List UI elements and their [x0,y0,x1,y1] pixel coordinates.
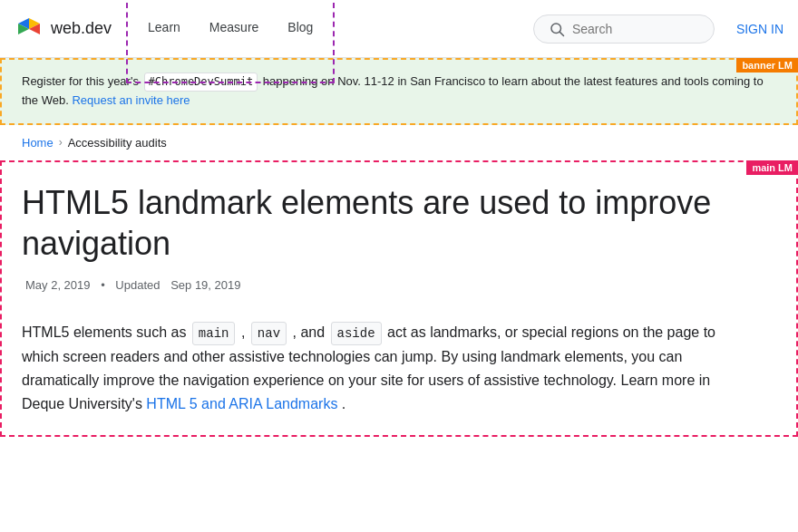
code-aside: aside [331,322,382,345]
logo-text: web.dev [51,19,112,38]
article-meta-dot: • [101,278,105,292]
code-main: main [192,322,236,345]
main-nav: Learn Measure Blog [133,0,327,58]
webdev-logo-icon [15,15,44,44]
article-updated-label: Updated [115,278,160,292]
search-box [533,15,715,44]
main-wrapper: main LM HTML5 landmark elements are used… [0,160,798,437]
banner-wrapper: banner LM Register for this year's #Chro… [0,58,798,125]
nav-wrapper: navigation LM Learn Measure Blog [133,0,327,58]
banner: Register for this year's #ChromeDevSummi… [0,58,798,125]
article-updated-date: Sep 19, 2019 [170,278,240,292]
article-body-end: . [342,396,345,411]
article-body: HTML5 elements such as main , nav , and … [22,321,747,415]
nav-learn[interactable]: Learn [133,0,195,58]
article-comma1: , [241,324,245,340]
article-deque-link[interactable]: HTML 5 and ARIA Landmarks [146,396,337,411]
code-nav: nav [251,322,287,345]
nav-blog[interactable]: Blog [273,0,327,58]
breadcrumb-current: Accessibility audits [68,136,167,150]
article-and: , and [293,324,326,340]
banner-text-before: Register for this year's [22,74,139,88]
search-input[interactable] [572,22,699,36]
search-icon [549,21,565,37]
main-content: main LM HTML5 landmark elements are used… [0,160,798,437]
banner-link[interactable]: Request an invite here [72,93,190,107]
sign-in-button[interactable]: SIGN IN [736,22,783,36]
nav-measure[interactable]: Measure [195,0,273,58]
svg-line-5 [560,32,563,35]
logo-link[interactable]: web.dev [15,15,112,44]
header: web.dev navigation LM Learn Measure Blog… [0,0,798,58]
article-meta: May 2, 2019 • Updated Sep 19, 2019 [22,278,776,292]
breadcrumb-separator: › [59,136,63,149]
search-area: SIGN IN [533,15,783,44]
breadcrumb-home[interactable]: Home [22,136,54,150]
banner-hashtag: #ChromeDevSummit [144,73,258,92]
breadcrumb: Home › Accessibility audits [0,125,798,160]
article-date: May 2, 2019 [25,278,91,292]
banner-lm-badge: banner LM [736,58,798,73]
article-title: HTML5 landmark elements are used to impr… [22,182,776,264]
article-body-intro: HTML5 elements such as [22,324,186,340]
main-lm-badge: main LM [746,160,798,175]
